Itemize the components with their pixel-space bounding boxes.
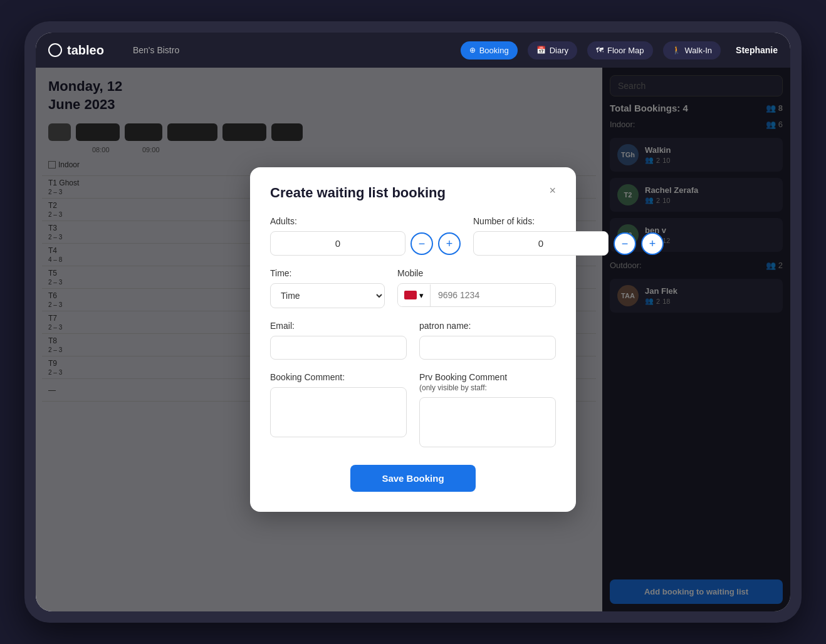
booking-nav-btn[interactable]: ⊕ Booking [461, 41, 518, 60]
header: tableo Ben's Bistro ⊕ Booking 📅 Diary 🗺 … [36, 33, 790, 68]
flag-icon [404, 291, 417, 299]
booking-comment-label: Booking Comment: [270, 372, 407, 382]
form-row-email-name: Email: patron name: [270, 321, 556, 360]
modal-footer: Save Booking [270, 465, 556, 492]
logo-icon [48, 43, 62, 57]
prv-comment-textarea[interactable] [419, 397, 556, 447]
modal-overlay: Create waiting list booking × Adults: − … [36, 68, 790, 611]
prv-comment-label: Prv Booking Comment (only visible by sta… [419, 372, 556, 392]
email-label: Email: [270, 321, 407, 331]
form-row-comments: Booking Comment: Prv Booking Comment (on… [270, 372, 556, 450]
adults-input[interactable] [270, 231, 405, 256]
adults-label: Adults: [270, 216, 461, 226]
mobile-group: Mobile ▾ [397, 268, 556, 308]
logo-text: tableo [67, 43, 104, 58]
adults-group: Adults: − + [270, 216, 461, 256]
email-input[interactable] [270, 336, 407, 360]
phone-input[interactable] [431, 284, 555, 306]
restaurant-name: Ben's Bistro [133, 45, 179, 55]
kids-group: Number of kids: − + [473, 216, 664, 256]
email-group: Email: [270, 321, 407, 360]
patron-name-group: patron name: [419, 321, 556, 360]
modal: Create waiting list booking × Adults: − … [250, 167, 576, 512]
walk-in-icon: 🚶 [672, 46, 681, 55]
prv-comment-group: Prv Booking Comment (only visible by sta… [419, 372, 556, 450]
tablet-frame: tableo Ben's Bistro ⊕ Booking 📅 Diary 🗺 … [24, 21, 802, 623]
time-select[interactable]: Time [270, 283, 385, 308]
kids-input-group: − + [473, 231, 664, 256]
walk-in-nav-btn[interactable]: 🚶 Walk-In [663, 41, 721, 60]
floor-map-nav-btn[interactable]: 🗺 Floor Map [587, 41, 653, 60]
prv-comment-sub: (only visible by staff: [419, 383, 487, 392]
kids-label: Number of kids: [473, 216, 664, 226]
kids-increment-button[interactable]: + [641, 232, 664, 255]
save-booking-button[interactable]: Save Booking [350, 465, 475, 492]
booking-comment-textarea[interactable] [270, 387, 407, 437]
time-label: Time: [270, 268, 385, 278]
main-content: Monday, 12June 2023 08:00 09:00 [36, 68, 790, 611]
adults-input-group: − + [270, 231, 461, 256]
kids-decrement-button[interactable]: − [614, 232, 636, 255]
logo: tableo [48, 43, 104, 58]
phone-chevron: ▾ [419, 291, 424, 300]
phone-input-group: ▾ [397, 283, 556, 307]
modal-close-button[interactable]: × [549, 185, 556, 196]
kids-input[interactable] [473, 231, 609, 256]
floor-map-icon: 🗺 [596, 46, 604, 55]
form-row-counts: Adults: − + Number of kids: − [270, 216, 556, 256]
flag-prefix: ▾ [398, 284, 431, 306]
time-group: Time: Time [270, 268, 385, 308]
patron-name-input[interactable] [419, 336, 556, 360]
user-name: Stephanie [736, 45, 778, 55]
tablet-screen: tableo Ben's Bistro ⊕ Booking 📅 Diary 🗺 … [36, 33, 790, 611]
patron-name-label: patron name: [419, 321, 556, 331]
modal-header: Create waiting list booking × [270, 185, 556, 201]
mobile-label: Mobile [397, 268, 556, 278]
form-row-time-mobile: Time: Time Mobile ▾ [270, 268, 556, 308]
diary-nav-btn[interactable]: 📅 Diary [528, 41, 577, 60]
adults-decrement-button[interactable]: − [410, 232, 433, 255]
booking-comment-group: Booking Comment: [270, 372, 407, 450]
modal-title: Create waiting list booking [270, 185, 446, 201]
diary-icon: 📅 [536, 46, 546, 55]
adults-increment-button[interactable]: + [438, 232, 461, 255]
booking-icon: ⊕ [469, 46, 476, 55]
